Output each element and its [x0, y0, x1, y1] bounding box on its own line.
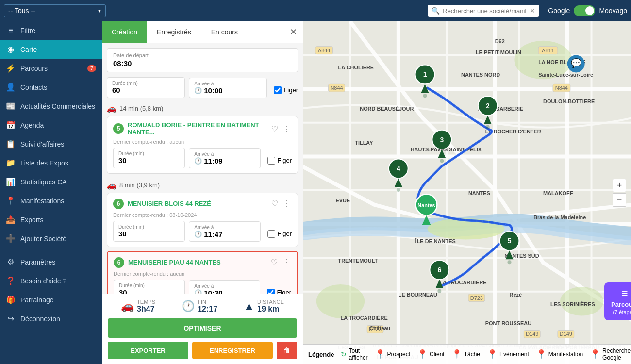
sidebar-item-parametres[interactable]: ⚙ Paramètres [0, 252, 102, 271]
stat-end-value: 12:17 [198, 305, 217, 313]
svg-text:PONT ROUSSEAU: PONT ROUSSEAU [485, 320, 531, 326]
stop-fav-btn-0[interactable]: ♡ [270, 123, 279, 134]
refresh-icon: ↻ [341, 350, 347, 358]
toggle-switch[interactable] [574, 5, 595, 16]
duration-field: Durée (min) [107, 77, 185, 98]
stop-arr-input-0[interactable] [204, 157, 238, 165]
tab-enregistres[interactable]: Enregistrés [147, 21, 201, 43]
map-container[interactable]: A811 N844 A844 N844 D149 D149 D723 D723 … [303, 21, 631, 364]
stat-distance-value: 19 km [257, 305, 279, 313]
sidebar-item-parrainage[interactable]: 🎁 Parrainage [0, 290, 102, 309]
stop-figer-label-2[interactable]: Figer [277, 289, 291, 294]
sidebar-item-carte[interactable]: ◉ Carte [0, 40, 102, 59]
stop-figer-label-0[interactable]: Figer [277, 157, 292, 164]
search-clear-icon[interactable]: ✕ [530, 7, 535, 15]
sidebar-item-suivi[interactable]: 📋 Suivi d'affaires [0, 134, 102, 153]
search-input[interactable] [443, 7, 527, 15]
recherche-pin-icon: 📍 [590, 349, 600, 360]
sidebar-item-agenda[interactable]: 📅 Agenda [0, 116, 102, 134]
stop-figer-checkbox-1[interactable] [267, 230, 275, 238]
manifestations-icon: 📍 [6, 196, 16, 205]
legend-client-label: Client [430, 351, 445, 358]
stop-dur-input-2[interactable] [119, 288, 180, 294]
toggle-left-label: Google [548, 7, 570, 15]
stop-more-btn-1[interactable]: ⋮ [282, 198, 292, 209]
stop-dur-label-1: Durée (min) [118, 224, 180, 230]
legend-prospect-label: Prospect [387, 351, 410, 358]
optimiser-button[interactable]: OPTIMISER [108, 318, 297, 338]
sidebar-item-exports[interactable]: 📤 Exports [0, 210, 102, 229]
departure-input[interactable] [113, 59, 292, 67]
legend-item-all[interactable]: ↻ Tout afficher [341, 347, 367, 361]
sidebar-label-aide: Besoin d'aide ? [20, 277, 66, 285]
stop-actions-1: ♡ ⋮ [270, 198, 292, 209]
travel-car-icon-0: 🚗 [107, 104, 116, 113]
svg-text:LES SORINIÈRES: LES SORINIÈRES [550, 301, 595, 307]
panel-close-button[interactable]: ✕ [284, 23, 303, 41]
manifestation-pin-icon: 📍 [536, 349, 547, 360]
svg-text:EVUE: EVUE [336, 198, 350, 203]
stat-nav-icon: ▲ [244, 300, 254, 313]
sidebar-item-ajouter[interactable]: ➕ Ajouter Société [0, 229, 102, 248]
suivi-icon: 📋 [6, 139, 16, 149]
sidebar-item-deconnexion[interactable]: ↪ Déconnexion [0, 309, 102, 328]
stop-arr-input-1[interactable] [204, 230, 238, 238]
sidebar-item-filter[interactable]: ≡ Filtre [0, 21, 102, 40]
stop-fav-btn-1[interactable]: ♡ [270, 198, 279, 209]
stop-num-1: 6 [113, 199, 124, 209]
stat-clock-icon: 🕐 [182, 300, 195, 313]
stop-figer-label-1[interactable]: Figer [277, 230, 292, 237]
enregistrer-button[interactable]: ENREGISTRER [192, 342, 273, 359]
sidebar-item-actualites[interactable]: 📰 Actualités Commerciales [0, 97, 102, 116]
sidebar-item-aide[interactable]: ❓ Besoin d'aide ? [0, 271, 102, 290]
zoom-in-button[interactable]: + [613, 179, 626, 192]
zoom-out-button[interactable]: − [613, 193, 626, 207]
stop-dur-input-0[interactable] [118, 156, 180, 165]
svg-text:D723: D723 [470, 295, 483, 301]
delete-button[interactable]: 🗑 [277, 342, 297, 359]
stop-arr-input-2[interactable] [204, 289, 238, 294]
filter-select[interactable]: -- Tous -- [4, 4, 106, 17]
stop-dur-input-1[interactable] [118, 230, 180, 238]
sidebar-item-manifestations[interactable]: 📍 Manifestations [0, 191, 102, 210]
sidebar-item-parcours[interactable]: ⚡ Parcours 7 [0, 59, 102, 78]
duration-input[interactable] [112, 86, 180, 94]
legend-all-label: Tout afficher [349, 347, 367, 361]
svg-text:Sainte-Luce-sur-Loire: Sainte-Luce-sur-Loire [538, 72, 593, 78]
svg-text:N844: N844 [555, 85, 568, 91]
liste-expos-icon: 📁 [6, 158, 16, 167]
sidebar-item-contacts[interactable]: 👤 Contacts [0, 78, 102, 97]
svg-text:3: 3 [440, 136, 444, 144]
map-svg: A811 N844 A844 N844 D149 D149 D723 D723 … [303, 21, 631, 364]
figer-checkbox[interactable] [274, 86, 282, 94]
tab-creation[interactable]: Création [102, 21, 147, 43]
svg-text:6: 6 [437, 266, 441, 274]
tab-en-cours[interactable]: En cours [201, 21, 248, 43]
stop-fav-btn-2[interactable]: ♡ [270, 257, 279, 268]
svg-text:TILLAY: TILLAY [355, 140, 373, 146]
map-zoom-controls: + − [613, 179, 626, 207]
stop-more-btn-0[interactable]: ⋮ [282, 123, 292, 134]
stop-more-btn-2[interactable]: ⋮ [282, 257, 291, 268]
stop-figer-checkbox-2[interactable] [267, 289, 275, 294]
legend-item-evenement: 📍 Evènement [487, 349, 529, 360]
filter-select-wrapper[interactable]: -- Tous -- [4, 4, 106, 17]
legend-recherche-label: Recherche Google [602, 347, 631, 361]
sidebar-item-liste-expos[interactable]: 📁 Liste des Expos [0, 153, 102, 172]
legend-bar: Légende ↻ Tout afficher 📍 Prospect 📍 Cli… [303, 344, 631, 364]
exporter-button[interactable]: EXPORTER [108, 342, 188, 359]
legend-evenement-label: Evènement [499, 351, 529, 358]
stop-clock-icon-0: 🕐 [194, 157, 202, 165]
stats-row: 🚗 TEMPS 3h47 🕐 FIN 12:17 ▲ [108, 299, 297, 314]
svg-text:D149: D149 [560, 331, 572, 337]
stop-card-1: 6 MENUISIER BLOIS 44 REZÉ ♡ ⋮ Dernier co… [107, 193, 298, 247]
arrival-input[interactable] [204, 86, 238, 95]
svg-point-93 [437, 289, 441, 293]
sidebar-label-exports: Exports [20, 216, 43, 224]
deconnexion-icon: ↪ [6, 314, 16, 323]
stop-dur-label-0: Durée (min) [118, 151, 180, 156]
stop-figer-checkbox-0[interactable] [267, 157, 275, 165]
stat-end-label: FIN [198, 299, 217, 305]
sidebar-item-stats[interactable]: 📊 Statistiques CA [0, 172, 102, 191]
figer-label[interactable]: Figer [283, 86, 298, 94]
